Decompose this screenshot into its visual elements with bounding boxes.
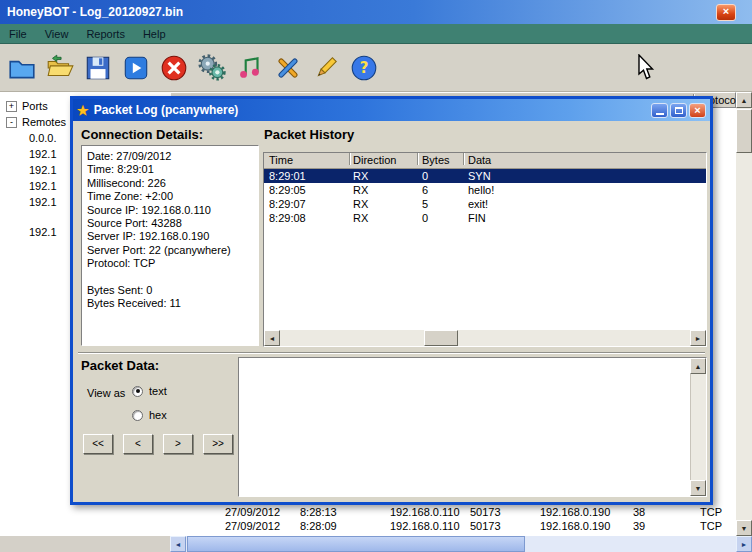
music-note-icon [235,53,265,83]
pencil-icon [311,53,341,83]
scroll-right-icon[interactable]: ► [736,536,752,552]
cell-time: 8:29:01 [269,169,306,183]
packet-data-heading: Packet Data: [81,358,159,373]
radio-hex-label: hex [149,409,167,421]
scroll-up-icon[interactable]: ▲ [690,358,706,374]
cell-data: FIN [468,211,486,225]
tools-button[interactable] [269,47,307,89]
window-close-button[interactable]: × [716,4,736,21]
cell-source-ip: 192.168.0.110 [390,519,460,533]
previous-packet-button[interactable]: < [123,434,153,454]
radio-option-text[interactable]: text [132,385,167,397]
column-divider [349,153,350,165]
sound-alerts-button[interactable] [231,47,269,89]
radio-option-hex[interactable]: hex [132,409,167,421]
menu-reports[interactable]: Reports [77,28,134,40]
menu-view[interactable]: View [36,28,78,40]
window-title: HoneyBOT - Log_20120927.bin [7,5,183,19]
packet-data-textarea[interactable]: ▲ ▼ [238,357,707,497]
save-button[interactable] [79,47,117,89]
cell-bytes: 38 [633,505,645,519]
floppy-disk-icon [83,53,113,83]
play-icon [121,53,151,83]
new-folder-icon [7,53,37,83]
horizontal-scroll-thumb[interactable] [187,536,525,552]
main-horizontal-scrollbar[interactable]: ◄ ► [170,536,752,552]
cell-protocol: TCP [700,519,722,533]
cell-direction: RX [353,211,368,225]
settings-button[interactable] [193,47,231,89]
star-icon: ★ [77,103,89,118]
table-row[interactable]: 27/09/2012 8:28:09 192.168.0.110 50173 1… [170,519,736,533]
cell-time: 8:28:13 [300,505,337,519]
detail-date: Date: 27/09/2012 [87,150,253,163]
cell-source-ip: 192.168.0.110 [390,505,460,519]
menu-file[interactable]: File [0,28,36,40]
dialog-maximize-button[interactable] [670,103,687,118]
cell-date: 27/09/2012 [225,505,280,519]
dialog-titlebar[interactable]: ★ Packet Log (pcanywhere) × [73,99,710,121]
cell-time: 8:29:07 [269,197,306,211]
cell-bytes: 0 [422,211,428,225]
packet-row[interactable]: 8:29:08 RX 0 FIN [264,211,706,225]
svg-text:?: ? [360,59,369,77]
edit-button[interactable] [307,47,345,89]
help-button[interactable]: ? [345,47,383,89]
next-packet-button[interactable]: > [163,434,193,454]
scroll-left-icon[interactable]: ◄ [170,536,186,552]
detail-millisecond: Millisecond: 226 [87,177,253,190]
scroll-right-icon[interactable]: ► [690,330,706,346]
cell-protocol: TCP [700,505,722,519]
radio-button-icon[interactable] [132,386,143,397]
stop-engine-button[interactable] [155,47,193,89]
window-titlebar[interactable]: HoneyBOT - Log_20120927.bin × [0,0,752,24]
scroll-left-icon[interactable]: ◄ [264,330,280,346]
col-header-bytes[interactable]: Bytes [422,153,450,167]
scroll-down-icon[interactable]: ▼ [736,520,752,536]
new-file-button[interactable] [3,47,41,89]
main-vertical-scrollbar[interactable]: ▲ ▼ [736,92,752,536]
wrench-icon [273,53,303,83]
menu-help[interactable]: Help [134,28,175,40]
honeybot-window: HoneyBOT - Log_20120927.bin × File View … [0,0,752,552]
packet-data-scrollbar[interactable]: ▲ ▼ [690,358,706,496]
packet-row[interactable]: 8:29:05 RX 6 hello! [264,183,706,197]
col-header-data[interactable]: Data [468,153,491,167]
col-header-time[interactable]: Time [269,153,293,167]
dialog-body: Connection Details: Date: 27/09/2012 Tim… [73,121,710,502]
scroll-down-icon[interactable]: ▼ [690,480,706,496]
first-packet-button[interactable]: << [83,434,113,454]
cell-bytes: 5 [422,197,428,211]
cell-time: 8:29:05 [269,183,306,197]
collapse-icon[interactable]: - [6,117,17,128]
packet-history-scrollbar[interactable]: ◄ ► [264,330,706,346]
open-file-button[interactable] [41,47,79,89]
packet-row[interactable]: 8:29:07 RX 5 exit! [264,197,706,211]
cell-data: SYN [468,169,491,183]
packet-history-table: Time Direction Bytes Data 8:29:01 RX 0 S… [263,152,707,347]
view-as-label: View as [87,387,125,399]
start-engine-button[interactable] [117,47,155,89]
cell-direction: RX [353,169,368,183]
packet-row-selected[interactable]: 8:29:01 RX 0 SYN [264,169,706,183]
scroll-up-icon[interactable]: ▲ [736,92,752,108]
cell-direction: RX [353,197,368,211]
stop-icon [159,53,189,83]
history-scroll-thumb[interactable] [424,330,458,346]
detail-source-ip: Source IP: 192.168.0.110 [87,204,253,217]
radio-button-icon[interactable] [132,410,143,421]
dialog-close-button[interactable]: × [689,103,706,118]
cell-source-port: 50173 [470,519,501,533]
dialog-minimize-button[interactable] [651,103,668,118]
section-divider [78,352,705,354]
connection-details-heading: Connection Details: [81,127,203,142]
table-row[interactable]: 27/09/2012 8:28:13 192.168.0.110 50173 1… [170,505,736,519]
col-header-direction[interactable]: Direction [353,153,396,167]
last-packet-button[interactable]: >> [203,434,233,454]
vertical-scroll-thumb[interactable] [736,109,752,153]
detail-bytes-received: Bytes Received: 11 [87,297,253,310]
help-icon: ? [349,53,379,83]
packet-history-header[interactable]: Time Direction Bytes Data [264,153,706,169]
tree-label-remotes: Remotes [22,116,66,128]
expand-icon[interactable]: + [6,101,17,112]
